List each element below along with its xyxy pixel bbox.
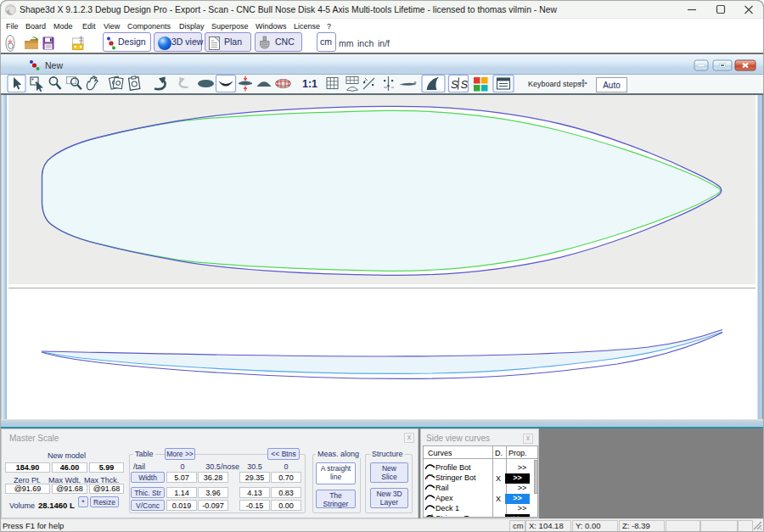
svg-text:Keyboard steps: Keyboard steps [528, 80, 581, 88]
svg-text:S: S [461, 78, 469, 91]
svg-text:S: S [451, 78, 458, 91]
svg-text:1:1: 1:1 [302, 78, 317, 90]
